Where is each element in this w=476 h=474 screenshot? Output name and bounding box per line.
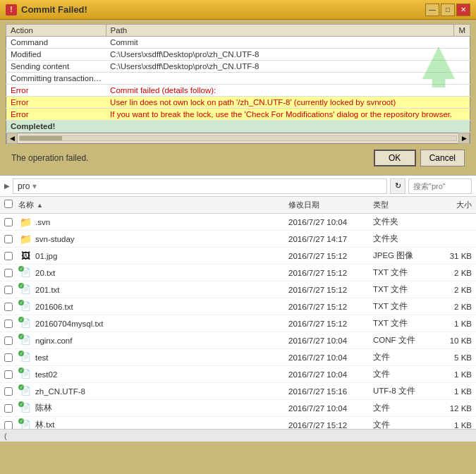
file-icon-badge: 📄 ✓ <box>20 386 30 397</box>
file-icon-badge: 📄 ✓ <box>20 420 30 430</box>
close-button[interactable]: ✕ <box>456 4 470 16</box>
button-row: OK Cancel <box>374 150 465 166</box>
list-item[interactable]: 📄 ✓ 陈林2016/7/27 10:04文件12 KB <box>0 400 476 417</box>
browser-buttons: ↻ <box>390 178 405 194</box>
select-all-checkbox[interactable] <box>4 200 13 208</box>
breadcrumb-dropdown-arrow[interactable]: ▾ <box>32 181 37 191</box>
file-checkbox[interactable] <box>4 404 13 413</box>
file-checkbox[interactable] <box>4 353 13 362</box>
file-checkbox[interactable] <box>4 269 13 277</box>
file-type: UTF-8 文件 <box>373 386 429 396</box>
list-item[interactable]: 📁svn-studay2016/7/27 14:17文件夹 <box>0 231 476 248</box>
log-action-cell: Completed! <box>6 121 106 133</box>
log-row: ModifiedC:\Users\xsdff\Desktop\pro\zh_CN… <box>6 49 470 61</box>
file-checkbox[interactable] <box>4 235 13 243</box>
file-type: 文件夹 <box>373 217 429 227</box>
file-checkbox[interactable] <box>4 370 13 379</box>
list-item[interactable]: 📄 ✓ test022016/7/27 10:04文件1 KB <box>0 366 476 383</box>
file-icon: 📄 ✓ <box>18 420 32 430</box>
file-checkbox[interactable] <box>4 303 13 311</box>
log-row: CommandCommit <box>6 37 470 49</box>
file-checkbox[interactable] <box>4 252 13 260</box>
file-size: 10 KB <box>429 336 472 345</box>
minimize-button[interactable]: — <box>425 4 439 16</box>
file-icon-badge: 📄 ✓ <box>20 369 30 380</box>
log-row: Completed! <box>6 121 470 133</box>
list-item[interactable]: 📄 ✓ zh_CN.UTF-82016/7/27 15:16UTF-8 文件1 … <box>0 383 476 400</box>
file-icon: 📄 ✓ <box>18 403 32 414</box>
log-row: ErrorCommit failed (details follow): <box>6 85 470 97</box>
list-item[interactable]: 📄 ✓ 林.txt2016/7/27 15:12文件1 KB <box>0 417 476 429</box>
horizontal-scrollbar[interactable]: ◀ ▶ <box>6 133 470 144</box>
file-size: 1 KB <box>429 387 472 396</box>
list-item[interactable]: 📄 ✓ 201606.txt2016/7/27 15:12TXT 文件2 KB <box>0 298 476 315</box>
file-checkbox[interactable] <box>4 421 13 430</box>
file-icon-badge: 📄 ✓ <box>20 267 30 279</box>
list-item[interactable]: 📄 ✓ nginx.conf2016/7/27 10:04CONF 文件10 K… <box>0 332 476 349</box>
file-name: 201.txt <box>35 286 288 294</box>
file-type: 文件 <box>373 352 429 363</box>
log-path-cell <box>106 121 470 133</box>
list-item[interactable]: 📄 ✓ 201.txt2016/7/27 15:12TXT 文件2 KB <box>0 281 476 298</box>
scroll-track[interactable] <box>19 135 457 141</box>
operation-result: The operation failed. OK Cancel <box>6 144 470 171</box>
file-list-header: 名称 ▲ 修改日期 类型 大小 <box>0 197 476 214</box>
file-checkbox-container <box>4 252 18 260</box>
file-checkbox[interactable] <box>4 336 13 345</box>
header-path: Path <box>106 25 454 37</box>
breadcrumb-path[interactable]: pro ▾ <box>13 178 387 194</box>
list-item[interactable]: 📄 ✓ 20160704mysql.txt2016/7/27 15:12TXT … <box>0 315 476 332</box>
log-path-cell: C:\Users\xsdff\Desktop\pro\zh_CN.UTF-8 <box>106 61 470 73</box>
file-type: TXT 文件 <box>373 284 429 295</box>
scroll-right-btn[interactable]: ▶ <box>458 133 470 144</box>
cancel-button[interactable]: Cancel <box>420 150 465 166</box>
file-type: 文件 <box>373 420 429 429</box>
file-icon: 📄 ✓ <box>18 369 32 380</box>
file-rows-container: 📁.svn2016/7/27 10:04文件夹📁svn-studay2016/7… <box>0 214 476 429</box>
file-checkbox[interactable] <box>4 286 13 294</box>
file-date: 2016/7/27 15:16 <box>288 387 373 396</box>
file-checkbox-container <box>4 370 18 379</box>
image-icon: 🖼 <box>21 250 30 261</box>
file-icon: 📄 ✓ <box>18 335 32 346</box>
scroll-left-btn[interactable]: ◀ <box>6 133 18 144</box>
log-row: Committing transaction… <box>6 73 470 85</box>
window-controls: — □ ✕ <box>425 4 470 16</box>
restore-button[interactable]: □ <box>441 4 455 16</box>
header-date: 修改日期 <box>288 200 373 210</box>
file-type: 文件夹 <box>373 233 429 244</box>
file-checkbox[interactable] <box>4 387 13 396</box>
file-type: JPEG 图像 <box>373 250 429 261</box>
refresh-button[interactable]: ↻ <box>390 178 405 194</box>
log-action-cell: Error <box>6 109 106 121</box>
search-input[interactable] <box>408 178 472 194</box>
file-icon: 📄 ✓ <box>18 352 32 363</box>
sort-arrow-icon[interactable]: ▲ <box>37 202 43 209</box>
list-item[interactable]: 📄 ✓ 20.txt2016/7/27 15:12TXT 文件2 KB <box>0 265 476 281</box>
file-checkbox[interactable] <box>4 218 13 226</box>
nav-back-icon: ▶ <box>4 182 10 190</box>
file-size: 2 KB <box>429 303 472 311</box>
log-action-cell: Sending content <box>6 61 106 73</box>
list-item[interactable]: 📄 ✓ test2016/7/27 10:04文件5 KB <box>0 349 476 366</box>
file-checkbox[interactable] <box>4 320 13 328</box>
ok-button[interactable]: OK <box>374 150 416 166</box>
file-name: 陈林 <box>35 403 288 413</box>
window-title: Commit Failed! <box>21 4 87 15</box>
file-icon-badge: 📄 ✓ <box>20 403 30 414</box>
header-size: 大小 <box>429 200 472 210</box>
file-checkbox-container <box>4 404 18 413</box>
log-action-cell: Committing transaction… <box>6 73 106 85</box>
file-name: zh_CN.UTF-8 <box>35 387 288 396</box>
log-path-cell: Commit <box>106 37 470 49</box>
list-item[interactable]: 🖼01.jpg2016/7/27 15:12JPEG 图像31 KB <box>0 248 476 265</box>
list-item[interactable]: 📁.svn2016/7/27 10:04文件夹 <box>0 214 476 231</box>
file-icon: 📄 ✓ <box>18 284 32 296</box>
scroll-thumb[interactable] <box>20 136 62 140</box>
file-icon: 📄 ✓ <box>18 386 32 397</box>
file-size: 31 KB <box>429 252 472 260</box>
file-checkbox-container <box>4 269 18 277</box>
file-size: 2 KB <box>429 286 472 294</box>
file-checkbox-container <box>4 303 18 311</box>
file-date: 2016/7/27 14:17 <box>288 235 373 243</box>
